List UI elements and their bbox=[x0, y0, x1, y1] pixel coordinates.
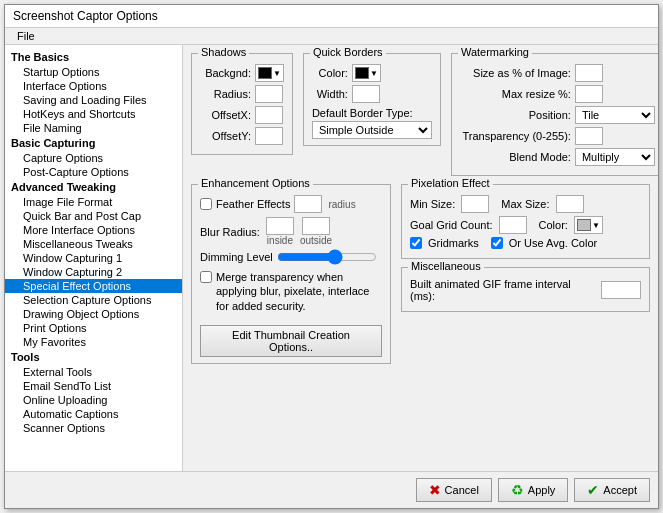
feather-radius-label: radius bbox=[328, 199, 355, 210]
sidebar-item[interactable]: Online Uploading bbox=[5, 393, 182, 407]
blur-outside-input[interactable]: 3 bbox=[302, 217, 330, 235]
wm-transparency-input[interactable]: 50 bbox=[575, 127, 603, 145]
wm-maxresize-label: Max resize %: bbox=[460, 88, 575, 100]
shadows-group: Shadows Backgnd: ▼ Radius: 5 OffsetX: bbox=[191, 53, 293, 155]
sidebar-item[interactable]: Post-Capture Options bbox=[5, 165, 182, 179]
apply-button[interactable]: ♻ Apply bbox=[498, 478, 569, 502]
sidebar-item[interactable]: Selection Capture Options bbox=[5, 293, 182, 307]
wm-position-label: Position: bbox=[460, 109, 575, 121]
sidebar-item[interactable]: Special Effect Options bbox=[5, 279, 182, 293]
radius-label: Radius: bbox=[200, 88, 255, 100]
main-panel: Shadows Backgnd: ▼ Radius: 5 OffsetX: bbox=[183, 45, 658, 471]
wm-position-select[interactable]: Tile bbox=[575, 106, 655, 124]
footer: ✖ Cancel ♻ Apply ✔ Accept bbox=[5, 471, 658, 508]
sidebar-item[interactable]: Miscellaneous Tweaks bbox=[5, 237, 182, 251]
sidebar-item[interactable]: HotKeys and Shortcuts bbox=[5, 107, 182, 121]
blur-inside-label: inside bbox=[267, 235, 293, 246]
menu-file[interactable]: File bbox=[11, 28, 41, 44]
sidebar-item[interactable]: Email SendTo List bbox=[5, 379, 182, 393]
offsetx-label: OffsetX: bbox=[200, 109, 255, 121]
pixel-color-arrow[interactable]: ▼ bbox=[592, 221, 600, 230]
sidebar-item[interactable]: Scanner Options bbox=[5, 421, 182, 435]
main-window: Screenshot Captor Options File The Basic… bbox=[4, 4, 659, 509]
pixelation-title: Pixelation Effect bbox=[408, 177, 493, 189]
sidebar-item[interactable]: Interface Options bbox=[5, 79, 182, 93]
shadows-title: Shadows bbox=[198, 46, 249, 58]
sidebar-item[interactable]: Saving and Loading Files bbox=[5, 93, 182, 107]
sidebar-section-label: Basic Capturing bbox=[5, 135, 182, 151]
feather-label: Feather Effects bbox=[216, 198, 290, 210]
blur-label: Blur Radius: bbox=[200, 226, 260, 238]
gif-label: Built animated GIF frame interval (ms): bbox=[410, 278, 593, 302]
sidebar-item[interactable]: File Naming bbox=[5, 121, 182, 135]
goal-grid-input[interactable]: 10 bbox=[499, 216, 527, 234]
gif-interval-input[interactable]: 2000 bbox=[601, 281, 641, 299]
sidebar-item[interactable]: My Favorites bbox=[5, 335, 182, 349]
background-swatch bbox=[258, 67, 272, 79]
sidebar-item[interactable]: Startup Options bbox=[5, 65, 182, 79]
wm-transparency-label: Transparency (0-255): bbox=[460, 130, 575, 142]
max-size-label: Max Size: bbox=[501, 198, 549, 210]
sidebar-item[interactable]: Window Capturing 2 bbox=[5, 265, 182, 279]
watermarking-title: Watermarking bbox=[458, 46, 532, 58]
feather-checkbox[interactable] bbox=[200, 198, 212, 210]
wm-blend-select[interactable]: Multiply bbox=[575, 148, 655, 166]
background-color-btn[interactable]: ▼ bbox=[255, 64, 284, 82]
dimming-slider[interactable] bbox=[277, 250, 377, 264]
width-label: Width: bbox=[312, 88, 352, 100]
misc-title: Miscellaneous bbox=[408, 260, 484, 272]
merge-checkbox[interactable] bbox=[200, 271, 212, 283]
enhancement-group: Enhancement Options Feather Effects 3 ra… bbox=[191, 184, 391, 364]
min-size-input[interactable]: 5 bbox=[461, 195, 489, 213]
sidebar-item[interactable]: More Interface Options bbox=[5, 223, 182, 237]
background-label: Backgnd: bbox=[200, 67, 255, 79]
sidebar-item[interactable]: Quick Bar and Post Cap bbox=[5, 209, 182, 223]
wm-size-label: Size as % of Image: bbox=[460, 67, 575, 79]
edit-thumbnail-button[interactable]: Edit Thumbnail Creation Options.. bbox=[200, 325, 382, 357]
sidebar-item[interactable]: Automatic Captions bbox=[5, 407, 182, 421]
apply-icon: ♻ bbox=[511, 482, 524, 498]
sidebar-item[interactable]: Print Options bbox=[5, 321, 182, 335]
avg-color-checkbox[interactable] bbox=[491, 237, 503, 249]
enhancement-title: Enhancement Options bbox=[198, 177, 313, 189]
max-size-input[interactable]: 25 bbox=[556, 195, 584, 213]
cancel-button[interactable]: ✖ Cancel bbox=[416, 478, 492, 502]
sidebar-item[interactable]: Drawing Object Options bbox=[5, 307, 182, 321]
cancel-icon: ✖ bbox=[429, 482, 441, 498]
pixel-color-swatch bbox=[577, 219, 591, 231]
feather-radius-input[interactable]: 3 bbox=[294, 195, 322, 213]
sidebar-item[interactable]: Image File Format bbox=[5, 195, 182, 209]
sidebar-item[interactable]: Capture Options bbox=[5, 151, 182, 165]
radius-input[interactable]: 5 bbox=[255, 85, 283, 103]
border-color-arrow[interactable]: ▼ bbox=[370, 69, 378, 78]
color-label: Color: bbox=[312, 67, 352, 79]
goal-grid-label: Goal Grid Count: bbox=[410, 219, 493, 231]
min-size-label: Min Size: bbox=[410, 198, 455, 210]
border-color-btn[interactable]: ▼ bbox=[352, 64, 381, 82]
cancel-label: Cancel bbox=[445, 484, 479, 496]
offsetx-input[interactable]: 4 bbox=[255, 106, 283, 124]
offsety-input[interactable]: 4 bbox=[255, 127, 283, 145]
sidebar-section-label: The Basics bbox=[5, 49, 182, 65]
wm-maxresize-input[interactable]: 100 bbox=[575, 85, 603, 103]
pixel-color-btn[interactable]: ▼ bbox=[574, 216, 603, 234]
border-width-input[interactable]: 2 bbox=[352, 85, 380, 103]
menu-bar: File bbox=[5, 28, 658, 45]
background-dropdown-arrow[interactable]: ▼ bbox=[273, 69, 281, 78]
sidebar-item[interactable]: External Tools bbox=[5, 365, 182, 379]
window-title: Screenshot Captor Options bbox=[13, 9, 158, 23]
wm-size-input[interactable]: 25 bbox=[575, 64, 603, 82]
blur-inside-input[interactable]: 3 bbox=[266, 217, 294, 235]
blur-outside-label: outside bbox=[300, 235, 332, 246]
watermarking-group: Watermarking Size as % of Image: 25 Max … bbox=[451, 53, 658, 176]
default-border-select[interactable]: Simple Outside bbox=[312, 121, 432, 139]
miscellaneous-group: Miscellaneous Built animated GIF frame i… bbox=[401, 267, 650, 312]
sidebar-item[interactable]: Window Capturing 1 bbox=[5, 251, 182, 265]
offsety-label: OffsetY: bbox=[200, 130, 255, 142]
sidebar-section-label: Tools bbox=[5, 349, 182, 365]
gridmarks-checkbox[interactable] bbox=[410, 237, 422, 249]
accept-button[interactable]: ✔ Accept bbox=[574, 478, 650, 502]
pixel-color-label: Color: bbox=[539, 219, 568, 231]
border-color-swatch bbox=[355, 67, 369, 79]
accept-label: Accept bbox=[603, 484, 637, 496]
